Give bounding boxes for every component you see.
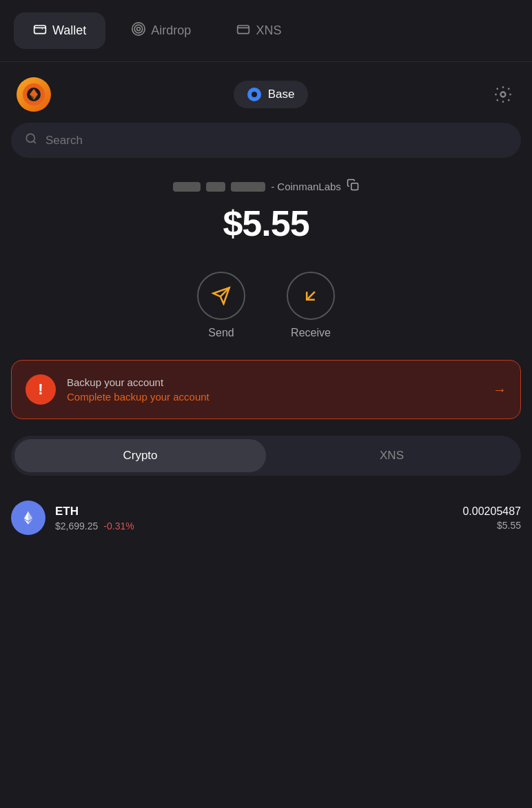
svg-point-7: [501, 92, 506, 97]
table-row[interactable]: ETH $2,699.25 -0.31% 0.00205487 $5.55: [11, 489, 521, 546]
xns-icon: [236, 22, 250, 39]
token-amount: 0.00205487: [462, 505, 521, 518]
backup-action: Complete backup your account: [67, 391, 482, 403]
network-dot-inner: [252, 92, 257, 97]
token-price-row: $2,699.25 -0.31%: [55, 521, 453, 532]
search-container: [0, 123, 532, 172]
network-selector[interactable]: Base: [234, 81, 309, 108]
receive-circle: [287, 272, 335, 320]
svg-rect-9: [351, 183, 358, 190]
network-label: Base: [268, 88, 295, 101]
search-input[interactable]: [45, 134, 507, 148]
avatar[interactable]: [17, 77, 51, 112]
svg-line-12: [307, 292, 315, 300]
asset-tabs: Crypto XNS: [11, 436, 521, 476]
tab-crypto[interactable]: Crypto: [14, 439, 266, 472]
nav-airdrop[interactable]: Airdrop: [112, 12, 210, 49]
svg-point-8: [26, 134, 34, 142]
top-navigation: Wallet Airdrop XNS: [0, 0, 532, 62]
wallet-icon: [33, 22, 47, 39]
token-value: $5.55: [462, 520, 521, 531]
token-info: ETH $2,699.25 -0.31%: [55, 505, 453, 532]
address-blur-1: [173, 182, 201, 192]
address-blur-2: [206, 182, 225, 192]
svg-rect-4: [238, 26, 249, 34]
backup-banner[interactable]: ! Backup your account Complete backup yo…: [11, 360, 521, 419]
network-dot: [247, 88, 261, 101]
wallet-label: - CoinmanLabs: [271, 181, 341, 192]
nav-xns-label: XNS: [256, 23, 281, 38]
svg-point-1: [137, 28, 141, 31]
search-icon: [25, 132, 37, 148]
backup-text: Backup your account Complete backup your…: [67, 376, 482, 403]
nav-wallet[interactable]: Wallet: [14, 12, 105, 49]
send-label: Send: [208, 327, 234, 339]
header-row: Base: [0, 62, 532, 123]
action-buttons: Send Receive: [0, 258, 532, 360]
token-list: ETH $2,699.25 -0.31% 0.00205487 $5.55: [0, 489, 532, 546]
backup-warning-icon: !: [25, 374, 56, 405]
airdrop-icon: [132, 22, 145, 39]
address-blur-3: [231, 182, 265, 192]
token-balance: 0.00205487 $5.55: [462, 505, 521, 531]
send-button[interactable]: Send: [197, 272, 245, 339]
eth-icon: [11, 501, 45, 535]
wallet-address-row: - CoinmanLabs: [14, 179, 518, 194]
receive-button[interactable]: Receive: [287, 272, 335, 339]
search-bar[interactable]: [11, 123, 521, 158]
balance-amount: $5.55: [14, 203, 518, 244]
backup-arrow-icon: →: [493, 382, 507, 398]
nav-airdrop-label: Airdrop: [151, 23, 191, 38]
receive-label: Receive: [291, 327, 331, 339]
svg-rect-0: [34, 26, 46, 34]
settings-button[interactable]: [491, 82, 515, 107]
token-price: $2,699.25: [55, 521, 98, 532]
balance-section: - CoinmanLabs $5.55: [0, 172, 532, 258]
nav-xns[interactable]: XNS: [217, 12, 300, 49]
backup-title: Backup your account: [67, 376, 482, 388]
svg-point-2: [135, 25, 143, 33]
tab-xns[interactable]: XNS: [266, 439, 518, 472]
copy-button[interactable]: [347, 179, 359, 194]
token-change: -0.31%: [103, 521, 134, 532]
send-circle: [197, 272, 245, 320]
token-name: ETH: [55, 505, 453, 518]
nav-wallet-label: Wallet: [52, 23, 86, 38]
